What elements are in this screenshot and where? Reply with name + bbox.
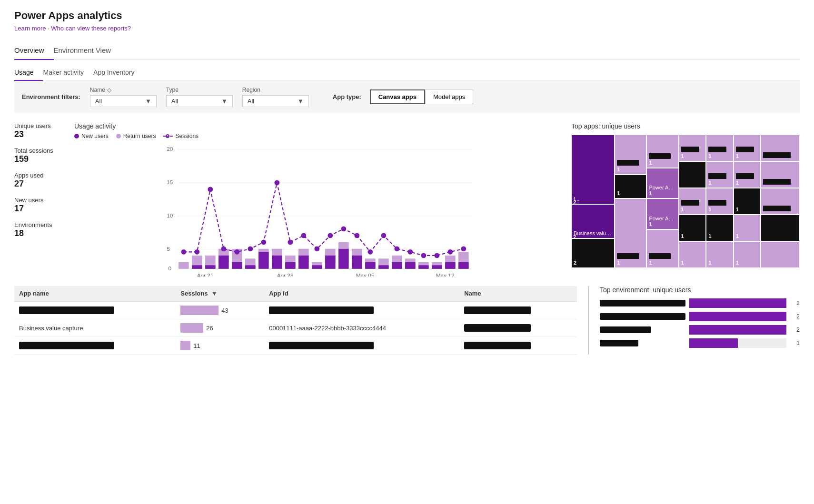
table-cell-appname-0 [14,301,176,319]
table-cell-appname-2 [14,337,176,355]
treemap-tile-28[interactable] [761,215,800,241]
who-can-view-link[interactable]: Who can view these reports? [51,25,131,32]
svg-rect-31 [312,265,322,269]
col-sessions[interactable]: Sessions ▼ [176,286,264,301]
table-cell-appid-2 [264,337,459,355]
env-bar-0: 2 [600,298,800,308]
treemap-tile-15[interactable]: 1 [706,135,734,161]
table-cell-sessions-1: 26 [176,319,264,337]
svg-text:Apr 21: Apr 21 [197,272,214,277]
treemap-tile-7[interactable]: Power Apps ... 1 [646,168,678,198]
treemap-tile-17[interactable]: 1 [706,188,734,215]
chart-title: Usage activity [74,122,562,130]
treemap-tile-11[interactable] [679,161,706,188]
svg-text:5: 5 [167,246,170,252]
svg-point-67 [354,233,359,238]
treemap-tile-3[interactable]: 1 [615,135,646,175]
treemap-tile-2[interactable]: 2 [571,238,615,268]
treemap-tile-0[interactable]: f... [571,135,615,204]
svg-rect-10 [179,262,189,269]
treemap-tile-4[interactable]: 1 [615,175,646,198]
svg-text:0: 0 [169,265,172,272]
treemap-tile-10[interactable]: 1 [679,135,706,161]
env-label-redacted-1 [600,313,685,320]
sub-tab-maker[interactable]: Maker activity [43,65,93,81]
col-app-name: App name [14,286,176,301]
stat-apps-used: Apps used 27 [14,172,67,189]
top-apps-title: Top apps: unique users [571,122,800,130]
sessions-bar-1 [180,323,203,333]
usage-chart-area: Usage activity New users Return users [74,122,562,277]
col-name: Name [459,286,577,301]
env-chart-title: Top environment: unique users [600,286,800,294]
treemap-tile-16[interactable]: 1 [706,161,734,188]
svg-point-75 [461,246,466,251]
redacted-appid-2 [269,342,374,349]
svg-text:May 05: May 05 [356,272,375,277]
legend-sessions-label: Sessions [175,133,199,139]
table-cell-appid-0 [264,301,459,319]
bottom-section: App name Sessions ▼ App id Name [14,286,800,355]
type-filter-select[interactable]: All ▼ [166,95,233,107]
treemap-tile-25[interactable] [761,135,800,161]
name-filter-select[interactable]: All ▼ [90,95,157,107]
treemap-tile-22[interactable]: 1 [734,188,761,215]
svg-point-69 [381,233,386,238]
table-row: Business value capture 26 00001111-aaaa-… [14,319,577,337]
treemap-tile-9[interactable]: 1 [646,229,678,268]
app-table-section: App name Sessions ▼ App id Name [14,286,577,355]
table-cell-sessions-2: 11 [176,337,264,355]
treemap-tile-23[interactable]: 1 [734,215,761,241]
treemap-tile-8[interactable]: Power Apps ... 1 [646,198,678,229]
legend-return-users-label: Return users [123,133,156,139]
table-cell-name-1 [459,319,577,337]
env-value-3: 1 [790,340,800,346]
svg-rect-49 [432,265,442,269]
region-filter-label: Region [242,87,309,93]
env-value-0: 2 [790,300,800,306]
sub-tab-inventory[interactable]: App Inventory [93,65,144,81]
legend-return-users: Return users [116,133,156,139]
region-filter-select[interactable]: All ▼ [242,95,309,107]
treemap-tile-29[interactable] [761,241,800,268]
treemap-tile-18[interactable]: 1 [706,215,734,241]
sub-tab-usage[interactable]: Usage [14,65,43,81]
svg-rect-45 [405,262,416,269]
svg-text:10: 10 [167,212,173,219]
treemap: f... Business value cap... 2 1 [571,135,800,268]
sessions-value-0: 43 [221,307,228,314]
env-label-redacted-0 [600,300,685,306]
svg-rect-17 [218,256,229,269]
sessions-bar-0 [180,306,218,315]
treemap-tile-19[interactable]: 1 [706,241,734,268]
svg-point-59 [248,246,253,251]
content-area: Unique users 23 Total sessions 159 Apps … [14,122,800,277]
treemap-tile-20[interactable]: 1 [734,135,761,161]
stats-column: Unique users 23 Total sessions 159 Apps … [14,122,67,277]
table-cell-sessions-0: 43 [176,301,264,319]
env-track-3 [689,338,786,348]
treemap-tile-12[interactable]: 1 [679,188,706,215]
legend-new-users-dot [74,134,79,138]
model-apps-button[interactable]: Model apps [425,89,473,104]
filter-bar-label: Environment filters: [22,93,80,100]
main-tab-overview[interactable]: Overview [14,41,54,60]
learn-more-link[interactable]: Learn more [14,25,46,32]
sub-tabs: Usage Maker activity App Inventory [14,60,800,81]
table-divider [586,286,590,355]
svg-point-63 [301,233,306,238]
treemap-tile-6[interactable]: 1 [646,135,678,168]
env-track-2 [689,325,786,335]
treemap-tile-21[interactable]: 1 [734,161,761,188]
svg-rect-19 [232,262,242,269]
treemap-tile-24[interactable]: 1 [734,241,761,268]
treemap-tile-5[interactable]: 1 [615,198,646,268]
main-tab-environment[interactable]: Environment View [54,41,121,60]
svg-rect-35 [338,249,349,269]
treemap-tile-14[interactable]: 1 [679,241,706,268]
treemap-tile-26[interactable] [761,161,800,188]
treemap-tile-13[interactable]: 1 [679,215,706,241]
canvas-apps-button[interactable]: Canvas apps [370,89,425,104]
treemap-tile-27[interactable] [761,188,800,215]
legend-sessions-dash [163,136,173,137]
